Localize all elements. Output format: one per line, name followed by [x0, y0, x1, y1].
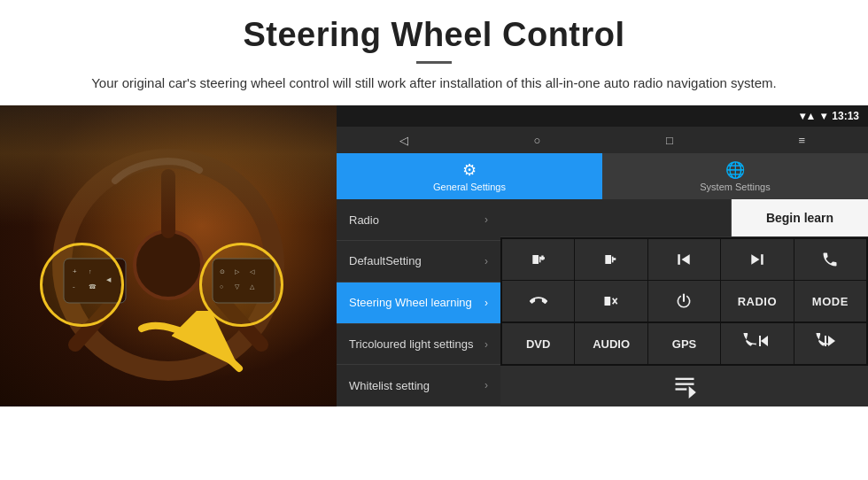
dash-bg	[0, 105, 337, 226]
svg-marker-35	[828, 336, 835, 346]
home-nav-icon[interactable]: ○	[534, 134, 541, 147]
menu-radio-label: Radio	[349, 213, 379, 227]
svg-text:-: -	[614, 255, 616, 261]
menu-nav-icon[interactable]: ≡	[799, 134, 806, 147]
audio-button[interactable]: AUDIO	[575, 323, 647, 364]
tab-system[interactable]: 🌐 System Settings	[602, 153, 868, 199]
chevron-icon-default: ›	[484, 255, 488, 267]
power-button[interactable]	[648, 281, 720, 321]
svg-marker-39	[688, 386, 695, 399]
menu-item-default[interactable]: DefaultSetting ›	[337, 241, 500, 283]
svg-marker-33	[761, 336, 768, 346]
hang-up-button[interactable]	[502, 281, 574, 321]
begin-learn-row: Begin learn	[500, 199, 868, 237]
wifi-icon: ▾	[821, 110, 826, 122]
mode-label: MODE	[812, 295, 849, 308]
svg-marker-29	[605, 297, 611, 306]
radio-button[interactable]: RADIO	[721, 281, 793, 321]
tab-system-label: System Settings	[700, 182, 770, 192]
begin-learn-button[interactable]: Begin learn	[731, 199, 868, 236]
chevron-icon-radio: ›	[484, 213, 488, 226]
bottom-icon-row	[500, 366, 868, 406]
phone-prev-button[interactable]	[721, 323, 793, 364]
left-menu: Radio › DefaultSetting › Steering Wheel …	[337, 199, 500, 406]
mode-button[interactable]: MODE	[794, 281, 866, 321]
chevron-icon-whitelist: ›	[484, 379, 488, 391]
menu-steering-label: Steering Wheel learning	[349, 296, 472, 309]
svg-rect-25	[678, 254, 681, 265]
mute-button[interactable]	[575, 281, 647, 321]
back-nav-icon[interactable]: ◁	[399, 134, 408, 147]
recent-nav-icon[interactable]: □	[666, 134, 673, 147]
svg-rect-32	[759, 336, 761, 346]
system-settings-icon: 🌐	[725, 160, 745, 180]
vol-up-button[interactable]: +	[502, 239, 574, 280]
menu-tricoloured-label: Tricoloured light settings	[349, 337, 473, 351]
learn-input-area	[500, 199, 731, 236]
menu-default-label: DefaultSetting	[349, 254, 422, 267]
top-section: Steering Wheel Control Your original car…	[0, 0, 868, 105]
chevron-icon-tricoloured: ›	[484, 338, 488, 351]
svg-text:+: +	[540, 255, 544, 261]
device-main: Radio › DefaultSetting › Steering Wheel …	[337, 199, 868, 406]
menu-item-tricoloured[interactable]: Tricoloured light settings ›	[337, 324, 500, 366]
arrow-svg	[124, 311, 248, 391]
tab-bar: ⚙ General Settings 🌐 System Settings	[337, 153, 868, 199]
prev-track-button[interactable]	[648, 239, 720, 280]
subtitle: Your original car's steering wheel contr…	[53, 73, 815, 93]
title-divider	[416, 61, 452, 64]
menu-item-radio[interactable]: Radio ›	[337, 199, 500, 241]
svg-rect-27	[761, 254, 763, 265]
radio-label: RADIO	[738, 295, 777, 308]
list-icon-button[interactable]	[654, 368, 716, 405]
svg-rect-38	[675, 389, 686, 391]
svg-rect-37	[675, 383, 694, 385]
tab-general-label: General Settings	[433, 182, 506, 192]
dvd-button[interactable]: DVD	[502, 323, 574, 364]
content-area: + - ↑ ☎ ◀ ⊙ ▷ ◁ ○ ▽ △	[0, 105, 868, 406]
signal-icon: ▾▲	[800, 110, 816, 122]
phone-answer-button[interactable]	[794, 239, 866, 280]
chevron-icon-steering: ›	[484, 297, 488, 309]
vol-down-button[interactable]: -	[575, 239, 647, 280]
gps-button[interactable]: GPS	[648, 323, 720, 364]
right-panel: Begin learn +	[500, 199, 868, 406]
svg-marker-28	[751, 254, 759, 265]
menu-item-whitelist[interactable]: Whitelist setting ›	[337, 365, 500, 406]
status-bar-right: ▾▲ ▾ 13:13	[800, 110, 859, 122]
svg-marker-22	[605, 255, 611, 264]
svg-point-1	[135, 231, 202, 298]
menu-item-steering[interactable]: Steering Wheel learning ›	[337, 283, 500, 324]
highlight-left	[40, 243, 124, 327]
svg-marker-19	[532, 255, 539, 264]
page-title: Steering Wheel Control	[53, 16, 815, 54]
svg-marker-26	[682, 254, 690, 265]
time-display: 13:13	[832, 110, 859, 122]
general-settings-icon: ⚙	[462, 160, 477, 180]
menu-whitelist-label: Whitelist setting	[349, 379, 430, 392]
device-panel: ▾▲ ▾ 13:13 ◁ ○ □ ≡ ⚙ General Settings 🌐 …	[337, 105, 868, 406]
button-grid: + -	[500, 237, 868, 323]
svg-rect-36	[675, 378, 694, 380]
image-panel: + - ↑ ☎ ◀ ⊙ ▷ ◁ ○ ▽ △	[0, 105, 337, 406]
svg-rect-34	[825, 336, 826, 346]
phone-next-button[interactable]	[794, 323, 866, 364]
next-track-button[interactable]	[721, 239, 793, 280]
last-row: DVD AUDIO GPS	[500, 323, 868, 366]
status-bar: ▾▲ ▾ 13:13	[337, 105, 868, 127]
tab-general[interactable]: ⚙ General Settings	[337, 153, 602, 199]
steering-wheel-bg: + - ↑ ☎ ◀ ⊙ ▷ ◁ ○ ▽ △	[0, 105, 337, 406]
nav-bar: ◁ ○ □ ≡	[337, 127, 868, 153]
